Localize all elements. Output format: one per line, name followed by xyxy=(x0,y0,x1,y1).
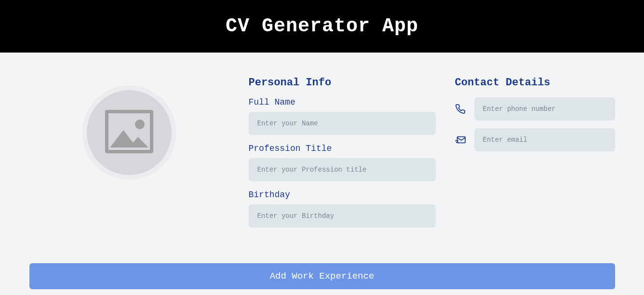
email-input[interactable] xyxy=(474,128,615,151)
app-header: CV Generator App xyxy=(0,0,644,53)
avatar-placeholder[interactable] xyxy=(82,85,176,180)
profession-input[interactable] xyxy=(249,158,436,181)
main-container: Personal Info Full Name Profession Title… xyxy=(29,53,615,295)
phone-row xyxy=(455,97,615,121)
svg-point-1 xyxy=(135,120,145,129)
phone-icon xyxy=(455,104,466,114)
full-name-label: Full Name xyxy=(249,97,436,107)
birthday-input[interactable] xyxy=(249,204,436,228)
image-icon xyxy=(105,110,153,156)
contact-details-section: Contact Details xyxy=(455,77,615,234)
avatar-column xyxy=(29,77,229,234)
email-icon xyxy=(455,134,466,145)
profession-label: Profession Title xyxy=(249,144,436,153)
phone-input[interactable] xyxy=(474,97,615,121)
personal-info-section: Personal Info Full Name Profession Title… xyxy=(249,77,436,234)
birthday-label: Birthday xyxy=(249,190,436,200)
full-name-input[interactable] xyxy=(249,112,436,135)
email-row xyxy=(455,128,615,151)
top-section: Personal Info Full Name Profession Title… xyxy=(29,77,615,234)
app-title: CV Generator App xyxy=(226,15,418,37)
contact-details-title: Contact Details xyxy=(455,77,615,89)
personal-info-title: Personal Info xyxy=(249,77,436,89)
add-work-experience-button[interactable]: Add Work Experience xyxy=(29,263,615,289)
